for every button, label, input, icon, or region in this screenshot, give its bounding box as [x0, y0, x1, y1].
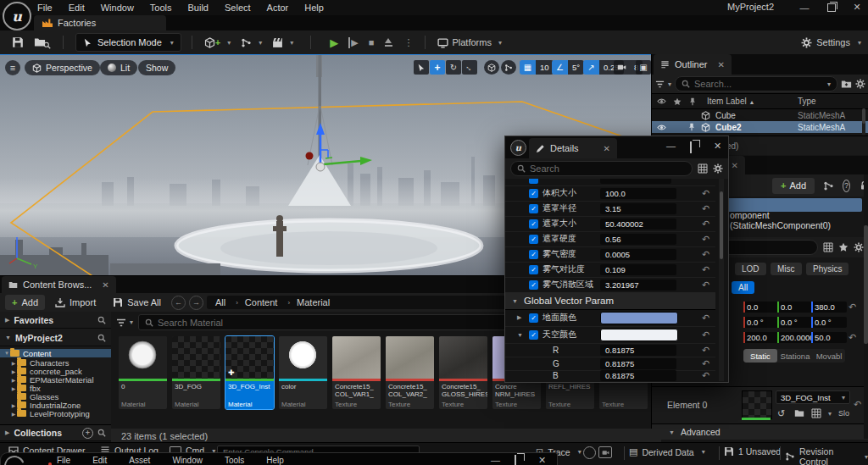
rgb-row-g[interactable]: G0.81875↶	[505, 357, 715, 371]
menu-build[interactable]: Build	[188, 3, 209, 13]
location-z-field[interactable]: 380.0	[811, 302, 847, 313]
settings-dropdown[interactable]: Settings ▾	[801, 30, 861, 54]
breadcrumb-all[interactable]: All	[215, 297, 225, 307]
scale-z-field[interactable]: 50.0	[811, 332, 847, 343]
outliner-settings-icon[interactable]	[855, 79, 865, 89]
reset-location-icon[interactable]: ↶	[849, 302, 856, 313]
skip-button[interactable]: ▶	[343, 33, 363, 52]
breadcrumb-content[interactable]: Content	[245, 297, 278, 307]
show-dropdown[interactable]: Show	[138, 60, 175, 75]
menu-actor[interactable]: Actor	[267, 3, 289, 13]
favorites-search-icon[interactable]	[97, 316, 106, 324]
stop-button[interactable]: ■	[364, 33, 380, 52]
mobility-movable-button[interactable]: Movabl	[813, 349, 845, 363]
param-value-field[interactable]: 100.0	[600, 188, 676, 199]
param-row-fog-contrast[interactable]: ✓雾气对比度0.109↶	[505, 262, 715, 278]
details-tab-close-icon[interactable]: ✕	[732, 161, 738, 170]
outliner-search-field[interactable]	[694, 79, 820, 89]
bwin-minimize-button[interactable]: —	[491, 455, 500, 465]
texture-options-icon[interactable]	[811, 408, 821, 418]
fwin-close-button[interactable]: ✕	[714, 141, 721, 152]
fwin-scrollbar[interactable]	[719, 179, 724, 381]
bwin-menu-window[interactable]: Window	[172, 456, 203, 465]
rotation-z-field[interactable]: 0.0 °	[811, 317, 847, 328]
reset-param-icon[interactable]: ↶	[702, 203, 709, 214]
reset-param-icon[interactable]: ↶	[702, 370, 709, 381]
asset-tile-color[interactable]: colorMaterial Funct...	[279, 336, 327, 409]
outliner-new-folder-icon[interactable]	[841, 79, 852, 90]
collections-search-icon[interactable]	[97, 429, 106, 437]
cinematics-button[interactable]: ▾	[267, 33, 298, 52]
project-header[interactable]: ▼MyProject2	[0, 329, 111, 346]
tab-factories[interactable]: Factories	[34, 15, 166, 30]
surface-snapping-button[interactable]	[501, 60, 516, 75]
param-value-field[interactable]: 3.15	[600, 203, 676, 214]
param-row-volume-size[interactable]: ✓体积大小100.0↶	[505, 185, 715, 202]
item-label-column-header[interactable]: Item Label ▲	[707, 97, 754, 106]
rotation-x-field[interactable]: 0.0 °	[743, 317, 779, 328]
rotation-snap-value[interactable]: 5°	[568, 60, 584, 75]
pin-icon[interactable]	[687, 123, 696, 131]
param-value-field[interactable]: 3.201967	[600, 280, 676, 291]
reset-param-icon[interactable]: ↶	[702, 219, 709, 230]
background-editor-window[interactable]: File Edit Asset Window Tools Help — ✕	[0, 452, 558, 465]
reset-param-icon[interactable]: ↶	[702, 249, 709, 260]
favorites-icon[interactable]	[838, 242, 849, 252]
cb-save-all-button[interactable]: Save All	[106, 295, 168, 310]
cb-import-button[interactable]: Import	[48, 295, 103, 310]
select-tool-button[interactable]	[414, 60, 429, 75]
reset-param-icon[interactable]: ↶	[702, 188, 709, 199]
add-actor-button[interactable]: +▾	[199, 33, 236, 52]
param-value-field[interactable]: 0.56	[600, 234, 676, 245]
reset-param-icon[interactable]: ↶	[702, 264, 709, 275]
outliner-filter-button[interactable]: ▾	[655, 80, 671, 89]
floating-details-window[interactable]: u Details ✕ — ✕ ✓体积大小100.0↶ ✓遮罩半径3.15↶	[504, 136, 729, 383]
reset-param-icon[interactable]: ↶	[702, 329, 709, 340]
perspective-dropdown[interactable]: Perspective	[25, 60, 100, 75]
breadcrumb-material[interactable]: Material	[297, 297, 330, 307]
sky-color-swatch[interactable]	[600, 329, 678, 341]
param-checkbox[interactable]: ✓	[529, 219, 538, 229]
reset-param-icon[interactable]: ↶	[702, 345, 709, 356]
param-value-field[interactable]: 50.400002	[600, 219, 676, 230]
eject-button[interactable]	[379, 33, 398, 52]
cb-filter-button[interactable]: ▾	[116, 318, 133, 328]
outliner-row-cube2-selected[interactable]: Cube2 StaticMeshA	[652, 121, 868, 133]
scale-x-field[interactable]: 200.0	[743, 332, 779, 343]
minimize-button[interactable]: —	[795, 1, 814, 14]
revision-control-dropdown[interactable]: Revision Control▾	[785, 446, 868, 465]
menu-select[interactable]: Select	[225, 3, 251, 13]
outliner-scrollbar[interactable]	[862, 108, 865, 136]
fwin-tab-close-icon[interactable]: ✕	[604, 144, 610, 153]
param-row-fog-density[interactable]: ✓雾气密度0.0005↶	[505, 246, 715, 263]
param-checkbox[interactable]: ✓	[529, 280, 538, 290]
param-checkbox[interactable]: ✓	[529, 330, 538, 340]
scale-tool-button[interactable]: ↔	[462, 60, 477, 75]
blueprints-button[interactable]: ▾	[236, 33, 267, 52]
param-checkbox[interactable]: ✓	[529, 250, 538, 259]
expand-icon[interactable]: ▶	[517, 314, 521, 321]
param-checkbox[interactable]: ✓	[529, 265, 538, 274]
reset-material-icon[interactable]: ↶	[854, 399, 861, 410]
visibility-column-icon[interactable]	[657, 97, 666, 106]
help-icon[interactable]: ?	[843, 180, 850, 192]
fwin-title-bar[interactable]: u Details ✕ — ✕	[505, 136, 728, 159]
selection-mode-dropdown[interactable]: Selection Mode ▾	[75, 33, 181, 52]
asset-tile-3d-fog[interactable]: 3D_FOGMaterial	[172, 336, 220, 409]
cb-back-button[interactable]: ←	[171, 296, 186, 310]
fwin-tab-details[interactable]: Details ✕	[529, 138, 617, 158]
rgb-row-b[interactable]: B0.81875↶	[505, 370, 715, 381]
global-vector-param-section[interactable]: ▼ Global Vector Param	[505, 292, 715, 310]
param-value-field[interactable]: 0.109	[600, 264, 676, 275]
sky-color-row[interactable]: ▼ ✓ 天空颜色 ↶	[505, 326, 715, 344]
save-button[interactable]	[7, 33, 29, 52]
collections-header[interactable]: ▶Collections +	[0, 424, 111, 441]
rotation-snap-icon[interactable]: ∠	[552, 60, 568, 75]
bwin-close-button[interactable]: ✕	[538, 455, 546, 465]
restore-button[interactable]	[822, 1, 841, 14]
param-row-mask-radius[interactable]: ✓遮罩半径3.15↶	[505, 201, 715, 217]
param-checkbox[interactable]: ✓	[529, 189, 538, 198]
favorite-column-icon[interactable]	[673, 97, 682, 106]
platforms-dropdown[interactable]: Platforms ▾	[432, 33, 506, 52]
add-component-button[interactable]: +Add	[772, 178, 815, 194]
